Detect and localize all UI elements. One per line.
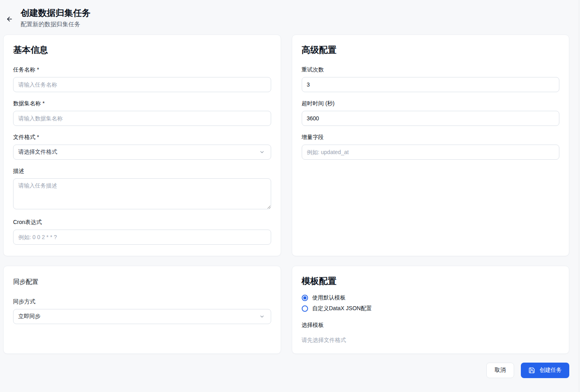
page-subtitle: 配置新的数据归集任务 xyxy=(21,21,91,28)
advanced-config-card: 高级配置 重试次数 超时时间 (秒) 增量字段 xyxy=(292,35,570,256)
viewport-edge-divider xyxy=(579,0,579,392)
task-name-label: 任务名称 * xyxy=(13,66,271,73)
file-format-field: 文件格式 * 请选择文件格式 xyxy=(13,134,271,160)
incremental-input[interactable] xyxy=(302,145,560,160)
incremental-label: 增量字段 xyxy=(302,134,560,141)
footer-actions: 取消 创建任务 xyxy=(3,363,569,378)
description-label: 描述 xyxy=(13,168,271,175)
basic-info-title: 基本信息 xyxy=(13,44,271,56)
dataset-name-label: 数据集名称 * xyxy=(13,100,271,107)
cron-input[interactable] xyxy=(13,230,271,245)
save-icon xyxy=(528,367,535,374)
select-template-hint: 请先选择文件格式 xyxy=(302,337,560,344)
header-titles: 创建数据归集任务 配置新的数据归集任务 xyxy=(21,8,91,28)
sync-mode-field: 同步方式 立即同步 xyxy=(13,298,271,324)
page-title: 创建数据归集任务 xyxy=(21,8,91,18)
arrow-left-icon xyxy=(6,15,13,23)
file-format-label: 文件格式 * xyxy=(13,134,271,141)
basic-info-card: 基本信息 任务名称 * 数据集名称 * 文件格式 * 请选择文件格式 xyxy=(3,35,281,256)
timeout-label: 超时时间 (秒) xyxy=(302,100,560,107)
create-task-page: 创建数据归集任务 配置新的数据归集任务 基本信息 任务名称 * 数据集名称 * … xyxy=(0,0,580,392)
chevron-down-icon xyxy=(259,314,265,319)
create-task-button[interactable]: 创建任务 xyxy=(521,363,569,378)
form-grid: 基本信息 任务名称 * 数据集名称 * 文件格式 * 请选择文件格式 xyxy=(3,35,569,353)
file-format-select[interactable]: 请选择文件格式 xyxy=(13,145,271,160)
timeout-input[interactable] xyxy=(302,111,560,126)
description-field: 描述 xyxy=(13,168,271,211)
dataset-name-field: 数据集名称 * xyxy=(13,100,271,126)
radio-custom-datax-label: 自定义DataX JSON配置 xyxy=(312,305,372,312)
retry-count-label: 重试次数 xyxy=(302,66,560,73)
radio-default-template[interactable]: 使用默认模板 xyxy=(302,294,560,301)
sync-mode-label: 同步方式 xyxy=(13,298,271,305)
dataset-name-input[interactable] xyxy=(13,111,271,126)
description-textarea[interactable] xyxy=(13,178,271,209)
create-task-label: 创建任务 xyxy=(540,367,562,374)
timeout-field: 超时时间 (秒) xyxy=(302,100,560,126)
cron-field: Cron表达式 xyxy=(13,219,271,245)
sync-mode-select[interactable]: 立即同步 xyxy=(13,309,271,324)
sync-config-title: 同步配置 xyxy=(13,278,271,286)
retry-count-input[interactable] xyxy=(302,77,560,92)
radio-selected-icon xyxy=(302,295,308,301)
template-config-card: 模板配置 使用默认模板 自定义DataX JSON配置 选择模板 请先选择文件格… xyxy=(292,266,570,354)
radio-custom-datax[interactable]: 自定义DataX JSON配置 xyxy=(302,305,560,312)
sync-config-card: 同步配置 同步方式 立即同步 xyxy=(3,266,281,354)
file-format-select-value: 请选择文件格式 xyxy=(18,149,57,156)
sync-mode-select-value: 立即同步 xyxy=(18,313,40,320)
page-header: 创建数据归集任务 配置新的数据归集任务 xyxy=(3,8,569,28)
back-button[interactable] xyxy=(3,13,16,25)
retry-count-field: 重试次数 xyxy=(302,66,560,92)
chevron-down-icon xyxy=(259,149,265,155)
incremental-field: 增量字段 xyxy=(302,134,560,160)
task-name-input[interactable] xyxy=(13,77,271,92)
template-config-title: 模板配置 xyxy=(302,276,560,287)
cancel-button[interactable]: 取消 xyxy=(486,363,514,378)
radio-default-template-label: 使用默认模板 xyxy=(312,294,346,301)
advanced-config-title: 高级配置 xyxy=(302,44,560,56)
radio-unselected-icon xyxy=(302,305,308,312)
select-template-label: 选择模板 xyxy=(302,322,560,329)
cron-label: Cron表达式 xyxy=(13,219,271,226)
task-name-field: 任务名称 * xyxy=(13,66,271,92)
